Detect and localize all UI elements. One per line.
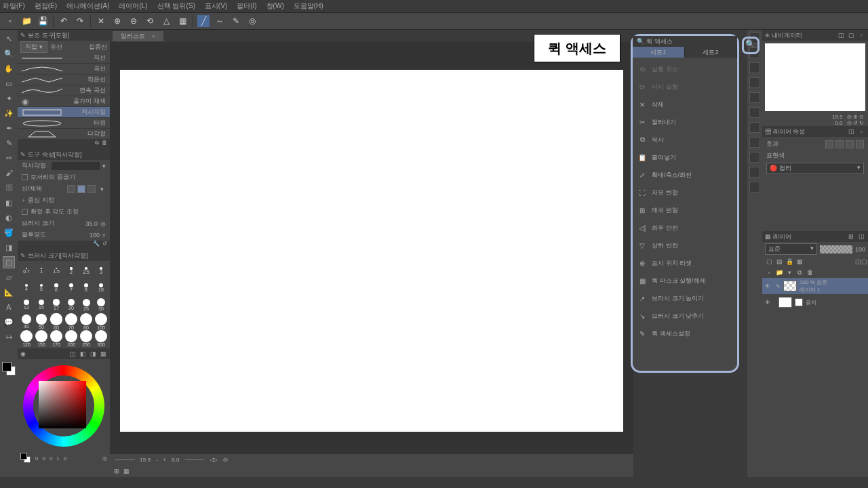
mode-focus-button[interactable]: 집중선 xyxy=(89,43,107,52)
frame-tool-icon[interactable]: ▱ xyxy=(3,271,15,283)
brush-size-cell[interactable]: 150 xyxy=(34,330,49,347)
menu-selection[interactable]: 선택 범위(S) xyxy=(157,1,195,11)
zoom-out-icon[interactable]: ⊖ xyxy=(127,15,140,27)
stepper-icon[interactable]: ◎ xyxy=(100,220,106,227)
brush-size-cell[interactable]: 30 xyxy=(94,296,108,313)
ruler-icon[interactable]: ✎ xyxy=(230,15,242,27)
lock-alpha-icon[interactable]: ▤ xyxy=(775,258,783,266)
layers-header[interactable]: ▦ 레이어 ⊞◫ xyxy=(762,231,868,242)
undo-icon[interactable]: ↶ xyxy=(58,15,70,27)
material-4-icon[interactable] xyxy=(749,77,760,88)
lock-pixels-icon[interactable]: 🔒 xyxy=(785,258,793,266)
quick-item[interactable]: ⟳다시 실행 xyxy=(633,78,737,96)
brush-size-cell[interactable]: 10 xyxy=(94,279,108,296)
material-11-icon[interactable] xyxy=(749,182,760,192)
subtool-curve[interactable]: 곡선 xyxy=(18,64,110,75)
delete-icon[interactable]: ✕ xyxy=(95,15,107,27)
layerprop-header[interactable]: ▦ 레이어 속성 ◫▫ xyxy=(762,126,868,137)
snap-curve-icon[interactable]: ～ xyxy=(214,15,226,27)
text-tool-icon[interactable]: A xyxy=(3,301,15,313)
subtool-rectangle[interactable]: 직사각형 xyxy=(18,107,110,118)
ref-icon[interactable]: ◫ xyxy=(855,258,861,266)
opacity-slider[interactable] xyxy=(820,245,852,253)
material-5-icon[interactable] xyxy=(749,92,760,103)
brush-size-cell[interactable]: 40 xyxy=(19,313,34,330)
subtool-ellipse[interactable]: 타원 xyxy=(18,118,110,129)
gradient-tool-icon[interactable]: ◨ xyxy=(3,241,15,253)
quick-item[interactable]: ◁|좌우 반전 xyxy=(633,219,737,237)
brush-size-cell[interactable]: 5 xyxy=(34,279,49,296)
redo-icon[interactable]: ↷ xyxy=(74,15,86,27)
save-preset-icon[interactable]: ▾ xyxy=(102,163,106,169)
brush-size-cell[interactable]: 0.7 xyxy=(19,262,34,279)
canvas-viewport[interactable] xyxy=(110,42,633,454)
center-row[interactable]: +중심 지정 xyxy=(18,195,110,206)
menu-window[interactable]: 창(W) xyxy=(267,1,284,11)
zoom-slider[interactable]: ───── xyxy=(115,457,134,463)
quick-access-dock-icon[interactable]: 🔍 xyxy=(745,39,755,49)
reset-view-icon[interactable]: ◎ xyxy=(223,457,228,463)
stepper-icon[interactable]: ▿ xyxy=(102,232,106,239)
timeline-icon[interactable]: ⊞ xyxy=(114,468,119,474)
brush-size-cell[interactable]: 8 xyxy=(79,279,94,296)
menu-filter[interactable]: 필터(I) xyxy=(237,1,256,11)
navigator-header[interactable]: ⊕ 내비게이터 ◫▢▫ xyxy=(762,30,868,41)
quick-item[interactable]: ✕삭제 xyxy=(633,96,737,113)
brush-size-cell[interactable]: 120 xyxy=(19,330,34,347)
quick-item[interactable]: ⊞메쉬 변형 xyxy=(633,201,737,219)
color-mode-select[interactable]: 🔴 컬러▾ xyxy=(766,163,864,174)
blend-tool-icon[interactable]: ◐ xyxy=(3,211,15,224)
zoom-in-icon[interactable]: ⊕ xyxy=(111,15,123,27)
quick-item[interactable]: ✂잘라내기 xyxy=(633,113,737,131)
brush-size-cell[interactable]: 1.5 xyxy=(49,262,64,279)
spray-tool-icon[interactable]: ⛆ xyxy=(3,182,15,194)
brush-size-cell[interactable]: 60 xyxy=(49,313,64,330)
material-icon[interactable]: ◎ xyxy=(246,15,258,27)
mode-flow-button[interactable]: 유선 xyxy=(50,43,62,52)
brush-size-cell[interactable]: 7 xyxy=(64,279,79,296)
rotate-icon[interactable]: ⟲ xyxy=(144,15,156,27)
quick-item[interactable]: 📋붙여넣기 xyxy=(633,148,737,166)
quick-tab-set1[interactable]: 세트1 xyxy=(633,47,685,58)
material-6-icon[interactable] xyxy=(749,107,760,118)
brush-tool-icon[interactable]: 🖌 xyxy=(3,167,15,179)
brush-size-cell[interactable]: 1 xyxy=(34,262,49,279)
ruler-tool-icon[interactable]: 📐 xyxy=(3,286,15,298)
menu-animation[interactable]: 애니메이션(A) xyxy=(66,1,109,11)
subtool-lasso-fill[interactable]: ◉올가미 채색 xyxy=(18,96,110,107)
swatch2-icon[interactable]: ◧ xyxy=(79,350,87,358)
subtool-straight[interactable]: 직선 xyxy=(18,53,110,64)
blend-select[interactable]: 표준▾ xyxy=(765,243,817,255)
brush-size-cell[interactable]: 50 xyxy=(34,313,49,330)
pencil-tool-icon[interactable]: ✏ xyxy=(3,152,15,164)
quick-tab-set2[interactable]: 세트2 xyxy=(685,47,737,58)
quick-item[interactable]: ✎퀵 액세스설정 xyxy=(633,325,737,342)
quick-item[interactable]: ▦퀵 마스크 실행/해제 xyxy=(633,272,737,289)
angle-slider[interactable]: ───── xyxy=(184,457,203,463)
eye-icon[interactable]: 👁 xyxy=(765,283,773,289)
balloon-tool-icon[interactable]: 💬 xyxy=(3,316,15,328)
brush-size-cell[interactable]: 20 xyxy=(64,296,79,313)
quick-item[interactable]: ▽상하 반전 xyxy=(633,237,737,254)
color-wheel[interactable] xyxy=(20,362,108,450)
brush-size-cell[interactable]: 2 xyxy=(64,262,79,279)
fill-tool-icon[interactable]: 🪣 xyxy=(3,226,15,239)
quick-item[interactable]: ⤢확대/축소/회전 xyxy=(633,166,737,184)
quick-item[interactable]: ⊕표시 위치 리셋 xyxy=(633,254,737,272)
new-folder-icon[interactable]: 📁 xyxy=(775,268,783,277)
brush-size-cell[interactable]: 2.5 xyxy=(79,262,94,279)
brush-size-cell[interactable]: 70 xyxy=(64,313,79,330)
brush-size-cell[interactable]: 200 xyxy=(64,330,79,347)
swatch4-icon[interactable]: ▦ xyxy=(99,350,107,358)
brush-size-cell[interactable]: 3 xyxy=(94,262,108,279)
menu-help[interactable]: 도움말(H) xyxy=(294,1,323,11)
frame-icon[interactable]: ▦ xyxy=(123,468,130,474)
pen-tool-icon[interactable]: ✎ xyxy=(3,137,15,149)
outline-icon[interactable] xyxy=(67,185,75,193)
flip-h-icon[interactable]: ◁▷ xyxy=(210,457,218,463)
brush-size-cell[interactable]: 4 xyxy=(19,279,34,296)
eyedropper-icon[interactable]: ◎ xyxy=(102,455,107,462)
brush-size-cell[interactable]: 100 xyxy=(94,313,108,330)
menu-file[interactable]: 파일(F) xyxy=(3,1,25,11)
both-icon[interactable] xyxy=(87,185,96,193)
